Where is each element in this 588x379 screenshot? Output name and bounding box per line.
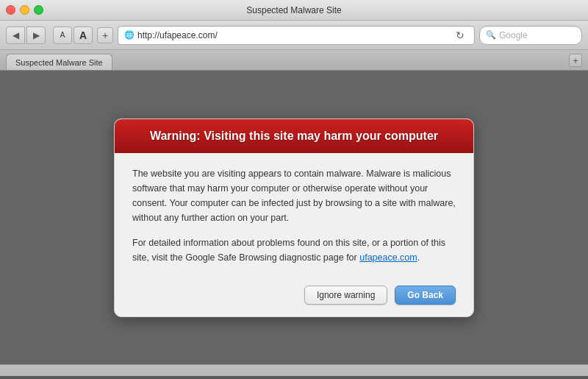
refresh-button[interactable]: ↻ — [452, 27, 468, 43]
url-bar[interactable]: 🌐 http://ufapeace.com/ ↻ — [118, 26, 475, 45]
warning-body: The website you are visiting appears to … — [115, 153, 473, 277]
warning-body-text2-suffix: . — [417, 252, 420, 263]
window-title: Suspected Malware Site — [246, 5, 341, 15]
close-button[interactable] — [6, 5, 15, 15]
minimize-button[interactable] — [20, 5, 29, 15]
text-smaller-button[interactable]: A — [53, 26, 72, 44]
go-back-button[interactable]: Go Back — [395, 286, 456, 305]
warning-link[interactable]: ufapeace.com — [359, 252, 417, 263]
title-bar: Suspected Malware Site — [0, 0, 588, 21]
ignore-warning-button[interactable]: Ignore warning — [304, 286, 387, 305]
url-icon: 🌐 — [124, 30, 135, 40]
warning-actions: Ignore warning Go Back — [115, 277, 473, 316]
warning-dialog: Warning: Visiting this site may harm you… — [114, 118, 474, 317]
text-size-buttons: A A — [53, 26, 93, 44]
tab-bar: Suspected Malware Site + — [0, 50, 588, 71]
toolbar: ◀ ▶ A A + 🌐 http://ufapeace.com/ ↻ 🔍 Goo… — [0, 21, 588, 50]
search-placeholder: Google — [499, 30, 528, 40]
traffic-lights — [6, 5, 43, 15]
new-tab-button[interactable]: + — [569, 54, 582, 67]
url-text: http://ufapeace.com/ — [137, 30, 218, 40]
tab-suspected-malware[interactable]: Suspected Malware Site — [6, 54, 112, 70]
nav-buttons: ◀ ▶ — [6, 26, 46, 44]
search-icon: 🔍 — [486, 30, 496, 40]
forward-button[interactable]: ▶ — [26, 26, 46, 44]
back-button[interactable]: ◀ — [6, 26, 25, 44]
add-tab-button[interactable]: + — [97, 27, 113, 43]
search-bar[interactable]: 🔍 Google — [479, 26, 582, 45]
bottom-bar — [0, 364, 588, 376]
warning-header: Warning: Visiting this site may harm you… — [115, 119, 473, 153]
warning-body-text1: The website you are visiting appears to … — [132, 166, 456, 225]
warning-title: Warning: Visiting this site may harm you… — [129, 130, 459, 143]
warning-body-text2: For detailed information about problems … — [132, 235, 456, 265]
text-larger-button[interactable]: A — [74, 26, 93, 44]
page-content: Warning: Visiting this site may harm you… — [0, 71, 588, 364]
maximize-button[interactable] — [34, 5, 43, 15]
tab-label: Suspected Malware Site — [15, 58, 103, 67]
